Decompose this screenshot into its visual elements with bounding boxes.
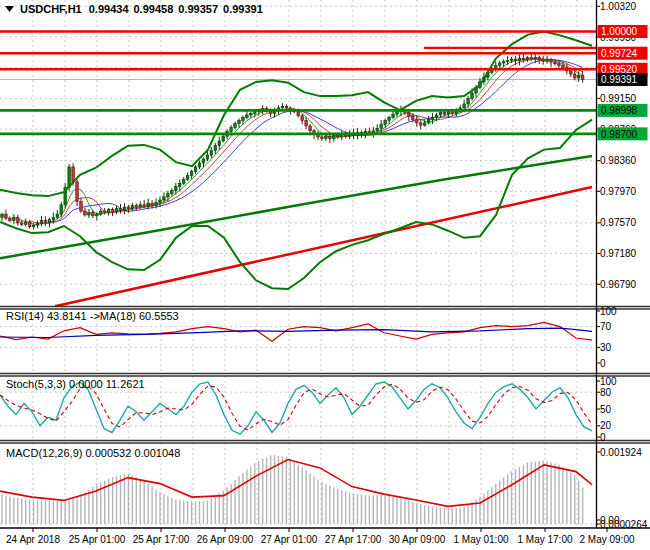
candle-body [32,225,35,227]
stoch-axis-label: 100 [600,376,617,387]
candle-body [542,60,545,62]
candle-body [119,209,122,211]
candle-body [581,76,584,80]
price-axis[interactable]: 1.003200.999300.995400.991500.987600.983… [597,1,648,530]
candle-body [396,112,399,114]
candle-body [56,214,59,217]
candle-body [214,146,217,151]
candle-body [502,61,505,63]
candle-body [28,222,31,227]
candle-body [514,59,517,61]
candle-body [182,180,185,184]
candle-body [510,59,513,61]
chart-canvas[interactable]: 1.003200.999300.995400.991500.987600.983… [0,0,650,550]
candle-body [107,209,110,212]
candle-body [9,218,12,220]
time-axis-label: 2 May 09:00 [579,534,634,545]
candle-body [143,205,146,207]
price-axis-tick-label: 0.97970 [600,186,637,197]
candle-body [412,117,415,120]
candle-body [285,106,288,108]
price-level-label: 0.98998 [601,105,638,116]
candle-body [218,141,221,146]
price-axis-tick-label: 0.98360 [600,155,637,166]
candle-body [1,214,4,217]
candle-body [463,104,466,108]
candle-body [159,200,162,202]
candle-body [131,206,134,209]
macd-axis-label: 0.0000264 [600,519,648,530]
candle-body [336,135,339,137]
time-axis-label: 27 Apr 17:00 [325,534,382,545]
candle-body [210,150,213,155]
candle-body [554,62,557,64]
symbol-menu-icon[interactable] [5,6,14,12]
candle-body [246,115,249,117]
candle-body [80,202,83,211]
candle-body [20,223,23,225]
candle-body [222,136,225,141]
candle-body [522,58,525,60]
candle-body [60,205,63,214]
candle-body [250,113,253,115]
candle-body [427,120,430,123]
candle-body [518,58,521,60]
candle-body [127,207,130,209]
candle-body [538,57,541,59]
candle-body [135,206,138,208]
long-red-trendline [55,187,592,306]
rsi-axis-label: 70 [600,321,612,332]
price-axis-tick-label: 0.96790 [600,279,637,290]
time-axis[interactable]: 24 Apr 201825 Apr 01:0025 Apr 17:0026 Ap… [6,528,635,545]
candle-body [92,213,95,216]
rsi-axis-label: 100 [600,306,617,317]
candle-body [526,57,529,59]
candle-body [431,117,434,119]
candle-body [471,93,474,99]
candle-body [17,217,20,223]
candle-body [24,222,27,224]
time-axis-label: 26 Apr 09:00 [197,534,254,545]
candle-body [435,115,438,117]
stoch-axis-label: 20 [600,420,612,431]
rsi-line [0,322,592,341]
candle-body [309,126,312,131]
candle-body [573,74,576,78]
level-lines [0,31,596,133]
candle-body [206,155,209,159]
candle-body [48,220,51,223]
candle-body [376,128,379,130]
price-panel[interactable] [0,58,596,306]
candle-body [333,135,336,138]
candle-body [558,64,561,66]
candle-body [384,120,387,124]
time-axis-label: 27 Apr 01:00 [261,534,318,545]
candle-body [562,65,565,67]
rsi-panel[interactable] [0,322,596,347]
candle-body [72,167,75,182]
candle-body [570,71,573,74]
candle-body [139,205,142,207]
macd-panel[interactable] [0,455,596,524]
mt4-chart-window: 1.003200.999300.995400.991500.987600.983… [0,0,650,550]
candle-body [530,57,533,59]
current-price-label: 0.99391 [601,74,638,85]
candle-body [167,194,170,197]
stoch-axis-label: 50 [600,404,612,415]
candle-body [96,214,99,216]
candle-body [408,113,411,117]
candle-body [13,217,16,220]
candle-body [546,60,549,62]
candle-body [388,117,391,120]
candle-body [234,124,237,128]
candle-body [147,203,150,206]
candle-body [321,137,324,139]
candle-body [498,63,501,65]
ma-mid [30,59,583,224]
candle-body [380,124,383,128]
time-axis-label: 25 Apr 01:00 [69,534,126,545]
candle-body [171,191,174,194]
candle-body [175,187,178,191]
candle-body [281,106,284,108]
candle-body [40,220,43,223]
